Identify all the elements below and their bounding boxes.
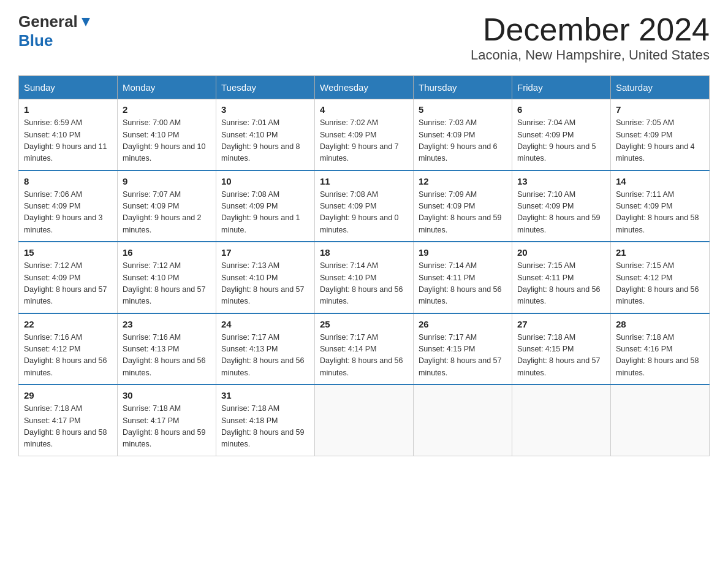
day-info: Sunrise: 7:16 AMSunset: 4:13 PMDaylight:… xyxy=(123,332,211,380)
calendar-header-row: SundayMondayTuesdayWednesdayThursdayFrid… xyxy=(19,76,710,99)
calendar-cell: 20 Sunrise: 7:15 AMSunset: 4:11 PMDaylig… xyxy=(512,242,611,313)
calendar-cell: 17 Sunrise: 7:13 AMSunset: 4:10 PMDaylig… xyxy=(216,242,315,313)
day-number: 2 xyxy=(123,104,211,115)
day-number: 5 xyxy=(419,104,507,115)
day-of-week-header: Monday xyxy=(118,76,216,99)
day-number: 26 xyxy=(419,319,507,329)
day-number: 7 xyxy=(616,104,704,115)
day-of-week-header: Thursday xyxy=(414,76,512,99)
day-number: 22 xyxy=(24,319,112,329)
calendar-cell: 14 Sunrise: 7:11 AMSunset: 4:09 PMDaylig… xyxy=(611,170,710,242)
day-info: Sunrise: 7:16 AMSunset: 4:12 PMDaylight:… xyxy=(24,332,112,380)
day-info: Sunrise: 7:12 AMSunset: 4:09 PMDaylight:… xyxy=(24,260,112,308)
calendar-cell: 11 Sunrise: 7:08 AMSunset: 4:09 PMDaylig… xyxy=(315,170,414,242)
day-number: 14 xyxy=(616,176,704,186)
day-number: 23 xyxy=(123,319,211,329)
day-info: Sunrise: 7:08 AMSunset: 4:09 PMDaylight:… xyxy=(320,189,408,237)
calendar-cell: 27 Sunrise: 7:18 AMSunset: 4:15 PMDaylig… xyxy=(512,313,611,385)
calendar-cell: 26 Sunrise: 7:17 AMSunset: 4:15 PMDaylig… xyxy=(414,313,512,385)
calendar-cell: 18 Sunrise: 7:14 AMSunset: 4:10 PMDaylig… xyxy=(315,242,414,313)
day-number: 9 xyxy=(123,176,211,186)
logo-blue-text: Blue xyxy=(18,31,53,50)
logo: General Blue xyxy=(18,12,93,50)
page-title: December 2024 xyxy=(471,12,710,47)
day-number: 1 xyxy=(24,104,112,115)
day-number: 17 xyxy=(221,247,309,258)
day-of-week-header: Saturday xyxy=(611,76,710,99)
day-info: Sunrise: 7:07 AMSunset: 4:09 PMDaylight:… xyxy=(123,189,211,237)
calendar-cell: 23 Sunrise: 7:16 AMSunset: 4:13 PMDaylig… xyxy=(118,313,216,385)
day-info: Sunrise: 7:11 AMSunset: 4:09 PMDaylight:… xyxy=(616,189,704,237)
calendar-cell: 25 Sunrise: 7:17 AMSunset: 4:14 PMDaylig… xyxy=(315,313,414,385)
calendar-cell: 24 Sunrise: 7:17 AMSunset: 4:13 PMDaylig… xyxy=(216,313,315,385)
day-number: 27 xyxy=(517,319,605,329)
svg-marker-0 xyxy=(82,18,90,26)
day-info: Sunrise: 7:01 AMSunset: 4:10 PMDaylight:… xyxy=(221,117,309,165)
calendar-cell xyxy=(512,385,611,456)
calendar-cell: 12 Sunrise: 7:09 AMSunset: 4:09 PMDaylig… xyxy=(414,170,512,242)
calendar-cell xyxy=(611,385,710,456)
day-number: 10 xyxy=(221,176,309,186)
day-info: Sunrise: 7:15 AMSunset: 4:12 PMDaylight:… xyxy=(616,260,704,308)
day-number: 18 xyxy=(320,247,408,258)
day-number: 21 xyxy=(616,247,704,258)
calendar-cell: 30 Sunrise: 7:18 AMSunset: 4:17 PMDaylig… xyxy=(118,385,216,456)
calendar-cell: 2 Sunrise: 7:00 AMSunset: 4:10 PMDayligh… xyxy=(118,99,216,170)
day-info: Sunrise: 7:18 AMSunset: 4:18 PMDaylight:… xyxy=(221,403,309,451)
calendar-cell: 21 Sunrise: 7:15 AMSunset: 4:12 PMDaylig… xyxy=(611,242,710,313)
day-number: 11 xyxy=(320,176,408,186)
day-number: 25 xyxy=(320,319,408,329)
day-info: Sunrise: 7:05 AMSunset: 4:09 PMDaylight:… xyxy=(616,117,704,165)
day-info: Sunrise: 7:04 AMSunset: 4:09 PMDaylight:… xyxy=(517,117,605,165)
day-info: Sunrise: 7:10 AMSunset: 4:09 PMDaylight:… xyxy=(517,189,605,237)
day-info: Sunrise: 7:14 AMSunset: 4:11 PMDaylight:… xyxy=(419,260,507,308)
title-block: December 2024 Laconia, New Hampshire, Un… xyxy=(471,12,710,63)
calendar-cell: 6 Sunrise: 7:04 AMSunset: 4:09 PMDayligh… xyxy=(512,99,611,170)
calendar-cell: 15 Sunrise: 7:12 AMSunset: 4:09 PMDaylig… xyxy=(19,242,118,313)
day-number: 29 xyxy=(24,390,112,400)
day-info: Sunrise: 7:17 AMSunset: 4:13 PMDaylight:… xyxy=(221,332,309,380)
calendar-cell: 22 Sunrise: 7:16 AMSunset: 4:12 PMDaylig… xyxy=(19,313,118,385)
day-number: 3 xyxy=(221,104,309,115)
day-info: Sunrise: 7:14 AMSunset: 4:10 PMDaylight:… xyxy=(320,260,408,308)
calendar-week-row: 1 Sunrise: 6:59 AMSunset: 4:10 PMDayligh… xyxy=(19,99,710,170)
day-info: Sunrise: 7:13 AMSunset: 4:10 PMDaylight:… xyxy=(221,260,309,308)
day-info: Sunrise: 7:17 AMSunset: 4:14 PMDaylight:… xyxy=(320,332,408,380)
calendar-cell: 13 Sunrise: 7:10 AMSunset: 4:09 PMDaylig… xyxy=(512,170,611,242)
calendar-table: SundayMondayTuesdayWednesdayThursdayFrid… xyxy=(18,75,710,456)
calendar-cell: 5 Sunrise: 7:03 AMSunset: 4:09 PMDayligh… xyxy=(414,99,512,170)
day-of-week-header: Friday xyxy=(512,76,611,99)
day-number: 13 xyxy=(517,176,605,186)
day-info: Sunrise: 7:08 AMSunset: 4:09 PMDaylight:… xyxy=(221,189,309,237)
calendar-cell: 19 Sunrise: 7:14 AMSunset: 4:11 PMDaylig… xyxy=(414,242,512,313)
day-number: 20 xyxy=(517,247,605,258)
day-info: Sunrise: 7:12 AMSunset: 4:10 PMDaylight:… xyxy=(123,260,211,308)
day-info: Sunrise: 7:18 AMSunset: 4:16 PMDaylight:… xyxy=(616,332,704,380)
page-subtitle: Laconia, New Hampshire, United States xyxy=(471,47,710,63)
day-of-week-header: Wednesday xyxy=(315,76,414,99)
calendar-cell xyxy=(414,385,512,456)
day-number: 15 xyxy=(24,247,112,258)
day-of-week-header: Tuesday xyxy=(216,76,315,99)
calendar-cell: 8 Sunrise: 7:06 AMSunset: 4:09 PMDayligh… xyxy=(19,170,118,242)
day-info: Sunrise: 7:17 AMSunset: 4:15 PMDaylight:… xyxy=(419,332,507,380)
calendar-week-row: 8 Sunrise: 7:06 AMSunset: 4:09 PMDayligh… xyxy=(19,170,710,242)
calendar-cell: 7 Sunrise: 7:05 AMSunset: 4:09 PMDayligh… xyxy=(611,99,710,170)
calendar-cell: 3 Sunrise: 7:01 AMSunset: 4:10 PMDayligh… xyxy=(216,99,315,170)
day-number: 6 xyxy=(517,104,605,115)
day-info: Sunrise: 7:18 AMSunset: 4:17 PMDaylight:… xyxy=(24,403,112,451)
day-number: 19 xyxy=(419,247,507,258)
day-number: 4 xyxy=(320,104,408,115)
calendar-cell: 29 Sunrise: 7:18 AMSunset: 4:17 PMDaylig… xyxy=(19,385,118,456)
day-info: Sunrise: 7:18 AMSunset: 4:17 PMDaylight:… xyxy=(123,403,211,451)
logo-general-text: General xyxy=(18,12,78,31)
day-info: Sunrise: 7:02 AMSunset: 4:09 PMDaylight:… xyxy=(320,117,408,165)
calendar-week-row: 29 Sunrise: 7:18 AMSunset: 4:17 PMDaylig… xyxy=(19,385,710,456)
day-number: 28 xyxy=(616,319,704,329)
day-of-week-header: Sunday xyxy=(19,76,118,99)
calendar-cell: 16 Sunrise: 7:12 AMSunset: 4:10 PMDaylig… xyxy=(118,242,216,313)
calendar-week-row: 15 Sunrise: 7:12 AMSunset: 4:09 PMDaylig… xyxy=(19,242,710,313)
day-info: Sunrise: 6:59 AMSunset: 4:10 PMDaylight:… xyxy=(24,117,112,165)
day-info: Sunrise: 7:18 AMSunset: 4:15 PMDaylight:… xyxy=(517,332,605,380)
day-info: Sunrise: 7:03 AMSunset: 4:09 PMDaylight:… xyxy=(419,117,507,165)
